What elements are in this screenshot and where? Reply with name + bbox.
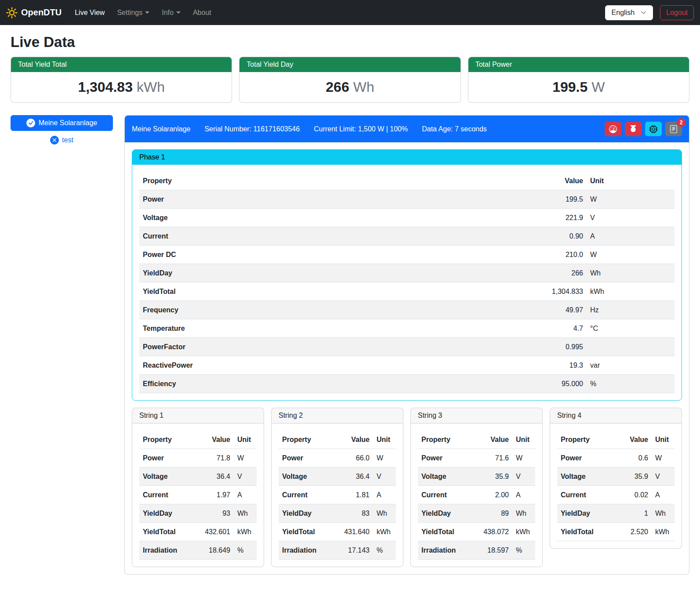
row-property: Power [557, 449, 615, 467]
row-value: 71.8 [192, 449, 234, 467]
card-body: 266Wh [239, 72, 460, 102]
table-row: YieldDay93Wh [139, 504, 257, 523]
row-unit: kWh [652, 523, 675, 541]
table-row: Frequency49.97Hz [139, 301, 675, 319]
string-table: PropertyValueUnitPower71.6WVoltage35.9VC… [418, 431, 535, 560]
nav-item-info[interactable]: Info [156, 5, 186, 20]
journal-text-icon [670, 125, 678, 133]
row-value: 2.00 [471, 486, 512, 504]
row-unit: % [373, 541, 396, 560]
nav-item-live-view[interactable]: Live View [69, 5, 110, 20]
table-row: Power71.6W [418, 449, 535, 467]
language-select[interactable]: English [605, 5, 653, 20]
column-header-value: Value [471, 431, 512, 449]
row-property: YieldDay [557, 504, 615, 523]
row-property: YieldTotal [139, 282, 407, 301]
column-header-property: Property [139, 172, 407, 190]
brand[interactable]: OpenDTU [6, 7, 62, 18]
table-row: Power0.6W [557, 449, 675, 467]
row-property: Irradiation [279, 541, 332, 560]
row-value: 71.6 [471, 449, 512, 467]
phase-card-body: PropertyValueUnitPower199.5WVoltage221.9… [132, 165, 682, 400]
logout-button[interactable]: Logout [660, 5, 694, 20]
caret-down-icon [176, 11, 181, 14]
inverter-list: Meine Solaranlage test [11, 115, 113, 145]
row-unit: A [652, 486, 675, 504]
string-card-body: PropertyValueUnitPower71.8WVoltage36.4VC… [132, 423, 264, 567]
row-value: 1 [615, 504, 652, 523]
row-value: 438.072 [471, 523, 512, 541]
row-property: Power [139, 449, 192, 467]
table-row: Voltage36.4V [279, 467, 396, 486]
row-property: Current [279, 486, 332, 504]
row-property: Temperature [139, 319, 407, 338]
nav-item-settings[interactable]: Settings [112, 5, 155, 20]
column-header-property: Property [418, 431, 471, 449]
inverter-card: Meine Solaranlage Serial Number: 1161716… [124, 115, 689, 575]
row-value: 266 [407, 264, 587, 282]
row-value: 35.9 [471, 467, 512, 486]
row-property: Voltage [139, 467, 192, 486]
event-log-button[interactable]: 2 [665, 122, 682, 136]
table-row: Power199.5W [139, 190, 675, 209]
strings-row: String 1PropertyValueUnitPower71.8WVolta… [132, 408, 682, 567]
column-header-value: Value [332, 431, 373, 449]
row-property: YieldTotal [139, 523, 192, 541]
row-unit [587, 338, 675, 356]
row-unit: Hz [587, 301, 675, 319]
column-header-unit: Unit [373, 431, 396, 449]
inverter-card-body: Phase 1 PropertyValueUnitPower199.5WVolt… [125, 142, 689, 574]
row-unit: W [234, 449, 257, 467]
string-table: PropertyValueUnitPower0.6WVoltage35.9VCu… [557, 431, 675, 541]
row-unit: W [652, 449, 675, 467]
row-value: 49.97 [407, 301, 587, 319]
brand-label: OpenDTU [21, 7, 62, 18]
table-row: YieldTotal431.640kWh [279, 523, 396, 541]
row-value: 89 [471, 504, 512, 523]
row-property: Power [418, 449, 471, 467]
row-property: Power DC [139, 246, 407, 264]
nav-item-label: Settings [117, 9, 142, 17]
device-info-button[interactable] [645, 122, 662, 136]
total-power-card: Total Power 199.5W [468, 57, 689, 103]
row-value: 432.601 [192, 523, 234, 541]
row-unit: % [234, 541, 257, 560]
nav-item-label: Info [162, 9, 174, 17]
column-header-value: Value [615, 431, 652, 449]
string-card-2: String 2PropertyValueUnitPower66.0WVolta… [271, 408, 403, 567]
table-row: YieldTotal2.520kWh [557, 523, 675, 541]
column-header-property: Property [139, 431, 192, 449]
row-unit: V [512, 467, 535, 486]
row-property: YieldTotal [418, 523, 471, 541]
power-toggle-button[interactable] [625, 122, 642, 136]
row-unit: A [587, 227, 675, 246]
table-row: Power71.8W [139, 449, 257, 467]
column-header-unit: Unit [652, 431, 675, 449]
table-row: Irradiation18.597% [418, 541, 535, 560]
table-row: YieldDay83Wh [279, 504, 396, 523]
table-row: YieldDay1Wh [557, 504, 675, 523]
row-unit: % [587, 375, 675, 393]
nav-item-label: Live View [75, 9, 105, 17]
limit-settings-button[interactable] [605, 122, 621, 136]
card-body: 199.5W [468, 72, 689, 102]
inverter-button-test[interactable]: test [11, 136, 113, 145]
inverter-button-selected[interactable]: Meine Solaranlage [11, 115, 113, 131]
row-value: 221.9 [407, 209, 587, 227]
column-header-property: Property [279, 431, 332, 449]
nav-item-label: About [193, 9, 211, 17]
row-value: 18.597 [471, 541, 512, 560]
table-row: Voltage35.9V [557, 467, 675, 486]
nav-item-about[interactable]: About [188, 5, 217, 20]
sun-icon [6, 7, 18, 18]
table-row: YieldTotal432.601kWh [139, 523, 257, 541]
card-value: 266 [326, 79, 349, 95]
string-table: PropertyValueUnitPower71.8WVoltage36.4VC… [139, 431, 257, 560]
card-unit: kWh [137, 79, 165, 95]
row-property: Frequency [139, 301, 407, 319]
inverter-limit: Current Limit: 1,500 W | 100% [314, 125, 408, 133]
row-property: YieldTotal [557, 523, 615, 541]
column-header-unit: Unit [234, 431, 257, 449]
row-value: 1.97 [192, 486, 234, 504]
table-row: Efficiency95.000% [139, 375, 675, 393]
